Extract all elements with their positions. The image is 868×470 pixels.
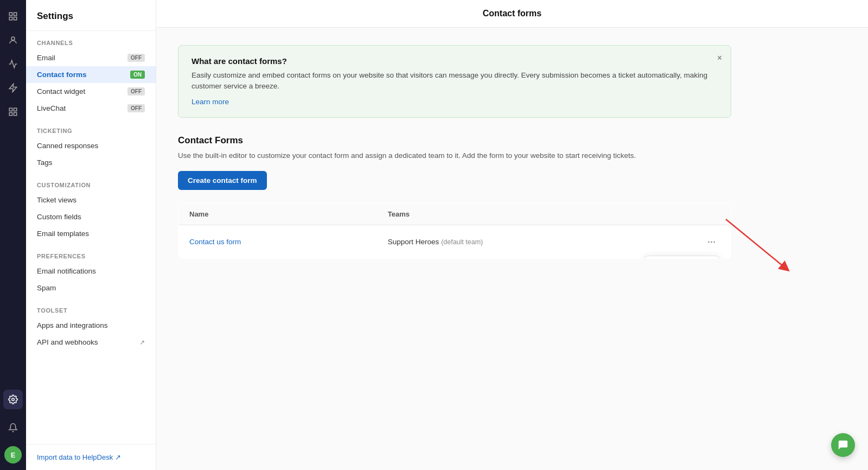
sidebar-item-email[interactable]: Email OFF (26, 49, 156, 66)
svg-rect-0 (9, 12, 12, 15)
contact-widget-badge: OFF (127, 87, 145, 96)
forms-table-wrapper: Name Teams Contact us form Support Heroe… (178, 203, 731, 259)
import-data-link[interactable]: Import data to HelpDesk ↗ (37, 453, 145, 461)
sidebar-item-contact-widget[interactable]: Contact widget OFF (26, 83, 156, 100)
section-title: Contact Forms (178, 135, 731, 146)
sidebar-item-api-webhooks[interactable]: API and webhooks ↗ (26, 334, 156, 351)
toolset-label: TOOLSET (26, 307, 156, 317)
sidebar-item-contact-forms[interactable]: Contact forms ON (26, 66, 156, 83)
sidebar-item-apps-integrations[interactable]: Apps and integrations (26, 317, 156, 334)
main-content-area: Contact forms × What are contact forms? … (156, 0, 868, 470)
sidebar-item-email-templates[interactable]: Email templates (26, 225, 156, 242)
bell-icon[interactable] (3, 418, 23, 437)
learn-more-link[interactable]: Learn more (192, 98, 229, 106)
external-link-icon: ↗ (139, 339, 145, 346)
grid-icon[interactable] (3, 102, 23, 122)
user-avatar[interactable]: E (4, 446, 22, 463)
toolset-section: TOOLSET Apps and integrations API and we… (26, 298, 156, 353)
red-arrow-annotation (720, 214, 840, 279)
settings-sidebar: Settings CHANNELS Email OFF Contact form… (26, 0, 156, 470)
sidebar-item-canned-responses[interactable]: Canned responses (26, 137, 156, 154)
sidebar-item-tags[interactable]: Tags (26, 154, 156, 171)
sidebar-item-ticket-views[interactable]: Ticket views (26, 192, 156, 208)
sidebar-footer: Import data to HelpDesk ↗ (26, 444, 156, 470)
more-actions-button[interactable]: ··· (703, 234, 720, 250)
preferences-section: PREFERENCES Email notifications Spam (26, 244, 156, 298)
sidebar-item-livechat[interactable]: LiveChat OFF (26, 100, 156, 117)
table-col-teams: Teams (377, 203, 692, 225)
section-description: Use the built-in editor to customize you… (178, 150, 731, 161)
row-actions-container: ··· Edit Duplicate Delete (703, 234, 720, 250)
channels-label: CHANNELS (26, 40, 156, 49)
contact-forms-table: Name Teams Contact us form Support Heroe… (178, 203, 731, 259)
info-banner: × What are contact forms? Easily customi… (178, 45, 731, 118)
email-badge: OFF (127, 54, 145, 62)
preferences-label: PREFERENCES (26, 253, 156, 263)
icon-navigation: E (0, 0, 26, 470)
svg-rect-9 (14, 113, 17, 116)
page-title: Contact forms (156, 0, 868, 28)
svg-rect-3 (14, 17, 17, 20)
customization-label: CUSTOMIZATION (26, 182, 156, 192)
users-icon[interactable] (3, 30, 23, 50)
svg-rect-2 (9, 17, 12, 20)
customization-section: CUSTOMIZATION Ticket views Custom fields… (26, 173, 156, 244)
lightning-icon[interactable] (3, 78, 23, 98)
main-content: × What are contact forms? Easily customi… (156, 28, 753, 276)
settings-icon[interactable] (3, 390, 23, 409)
sidebar-item-spam[interactable]: Spam (26, 280, 156, 296)
ticketing-label: TICKETING (26, 128, 156, 137)
svg-rect-8 (9, 113, 12, 116)
home-icon[interactable] (3, 7, 23, 26)
banner-title: What are contact forms? (192, 56, 718, 66)
svg-point-10 (12, 398, 15, 401)
table-col-name: Name (178, 203, 377, 225)
banner-description: Easily customize and embed contact forms… (192, 70, 718, 92)
svg-point-4 (11, 37, 15, 40)
teams-cell: Support Heroes (default team) (377, 225, 692, 258)
create-contact-form-button[interactable]: Create contact form (178, 171, 267, 190)
close-banner-button[interactable]: × (717, 53, 722, 63)
sidebar-item-email-notifications[interactable]: Email notifications (26, 263, 156, 280)
svg-line-12 (726, 219, 786, 268)
livechat-badge: OFF (127, 104, 145, 112)
sidebar-title: Settings (26, 0, 156, 31)
external-link-icon: ↗ (115, 453, 121, 461)
chat-bubble-button[interactable] (831, 433, 855, 457)
svg-marker-5 (9, 84, 17, 92)
channels-section: CHANNELS Email OFF Contact forms ON Cont… (26, 31, 156, 119)
contact-form-link[interactable]: Contact us form (189, 238, 241, 246)
sidebar-item-custom-fields[interactable]: Custom fields (26, 208, 156, 225)
svg-rect-1 (14, 12, 17, 15)
svg-rect-6 (9, 108, 12, 111)
ticketing-section: TICKETING Canned responses Tags (26, 119, 156, 173)
chart-icon[interactable] (3, 54, 23, 74)
table-row: Contact us form Support Heroes (default … (178, 225, 731, 258)
contact-forms-badge: ON (130, 71, 145, 79)
svg-rect-7 (14, 108, 17, 111)
contact-forms-section: Contact Forms Use the built-in editor to… (178, 135, 731, 259)
